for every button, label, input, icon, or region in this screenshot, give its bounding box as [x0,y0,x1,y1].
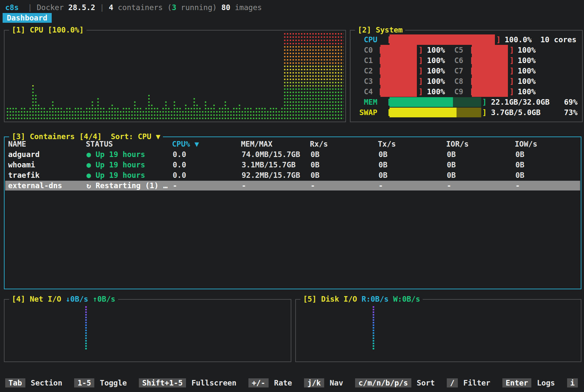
header-segment: 28.5.2 [68,3,95,12]
container-status-icon: ● [86,160,91,170]
io-chart-dot [85,309,87,310]
key-label: Logs [537,379,555,387]
system-mem-value: 22.1GB/32.0GB [491,97,550,107]
key-label: Rate [274,379,292,387]
container-iow: 0B [515,150,524,159]
container-rx: 0B [311,160,320,170]
core-label: C6 [454,55,463,66]
container-tx: 0B [378,150,388,159]
header-segment: | [95,3,109,12]
disk-read-rate: R:0B/s [362,295,389,303]
io-chart-dot [373,322,374,323]
keybar-item-i: iI [567,378,584,387]
table-row-external-dns[interactable]: external-dns↻Restarting (1) …------ [5,181,580,190]
system-panel: [2] System CPU [ ] 100.0% 10 cores C0[]1… [350,30,583,122]
core-bar [380,66,417,76]
keybar-item-toggle: 1-5Toggle [74,378,127,387]
container-iow: 0B [515,170,524,180]
tab-dashboard[interactable]: Dashboard [3,13,52,23]
container-mem: - [242,181,246,190]
core-bar [472,86,508,97]
core-bar-close-bracket: ] [418,66,423,76]
container-mem: 92.2MB/15.7GB [242,170,300,180]
core-bar-close-bracket: ] [510,66,514,76]
header-segment: 4 [109,3,113,12]
core-bar-close-bracket: ] [510,45,514,55]
io-chart-dot [85,332,87,334]
core-label: C1 [364,55,373,66]
container-iow: - [515,181,520,190]
key-label: Toggle [100,379,127,387]
io-chart-dot [85,345,87,347]
table-row-whoami[interactable]: whoami●Up 19 hours0.03.1MB/15.7GB0B0B0B0… [5,160,580,170]
io-chart-dot [373,327,374,329]
io-chart-dot [85,319,87,321]
container-name: adguard [8,150,40,159]
keybar-item-section: TabSection [5,378,62,387]
container-name: whoami [8,160,35,170]
keybar: TabSection1-5ToggleShift+1-5Fullscreen+/… [5,377,584,388]
io-chart-dot [373,319,374,321]
mem-bar [390,97,481,107]
key-label: Fullscreen [192,379,236,387]
keybar-item-nav: j/kNav [304,378,343,387]
container-cpu: 0.0 [173,160,186,170]
key-chip: i [567,378,578,387]
container-name: traefik [8,170,40,180]
io-chart-dot [85,311,87,313]
io-chart-dot [85,337,87,339]
cpu-bar [390,34,495,45]
keybar-item-rate: +/-Rate [248,378,292,387]
table-row-adguard[interactable]: adguard●Up 19 hours0.074.0MB/15.7GB0B0B0… [5,150,580,159]
container-ior: 0B [447,160,456,170]
container-status: Up 19 hours [96,150,145,159]
container-tx: 0B [378,160,388,170]
container-rx: - [311,181,315,190]
core-row: C4[]100%C9[]100% [351,86,581,97]
core-bar-close-bracket: ] [418,76,423,86]
core-label: C9 [454,86,463,97]
header-segment: containers ( [113,3,172,12]
io-chart-dot [85,322,87,323]
core-percent: 100% [518,76,536,86]
header-segment: 80 [217,3,231,12]
core-percent: 100% [427,86,445,97]
io-chart-dot [85,330,87,331]
core-row: C2[]100%C7[]100% [351,66,581,76]
net-io-panel: [4] Net I/O ↓0B/s ↑0B/s [4,299,291,362]
system-cpu-row: CPU [ ] 100.0% 10 cores [351,34,581,45]
container-tx: - [378,181,383,190]
keybar-item-logs: EnterLogs [502,378,555,387]
swap-bar [390,108,481,117]
header-segment: running) [176,3,217,12]
core-bar [472,66,508,76]
system-mem-label: MEM [364,97,378,107]
io-chart-dot [85,314,87,316]
container-mem: 74.0MB/15.7GB [242,150,300,159]
table-row-traefik[interactable]: traefik●Up 19 hours0.092.2MB/15.7GB0B0B0… [5,170,580,180]
key-label: Sort [417,379,435,387]
net-upload-rate: ↑0B/s [93,295,115,303]
core-label: C8 [454,76,463,86]
key-chip: Enter [502,378,531,387]
system-cpu-percent: 100.0% [505,34,532,45]
key-label: Nav [330,379,343,387]
io-chart-dot [373,337,374,339]
core-label: C0 [364,45,373,55]
system-mem-percent: 69% [564,97,577,107]
mem-bar-close-bracket: ] [482,97,487,107]
system-swap-percent: 73% [564,107,577,118]
core-percent: 100% [518,55,536,66]
container-ior: - [447,181,451,190]
system-mem-row: MEM [ ] 22.1GB/32.0GB 69% [351,97,581,107]
core-bar-close-bracket: ] [418,45,423,55]
core-label: C7 [454,66,463,76]
container-mem: 3.1MB/15.7GB [242,160,296,170]
io-chart-dot [85,317,87,318]
key-label: Filter [463,379,490,387]
core-row: C0[]100%C5[]100% [351,45,581,55]
header-segment: 3 [172,3,176,12]
keybar-item-sort: c/m/n/b/p/sSort [355,378,435,387]
core-bar [380,86,417,97]
container-tx: 0B [378,170,388,180]
